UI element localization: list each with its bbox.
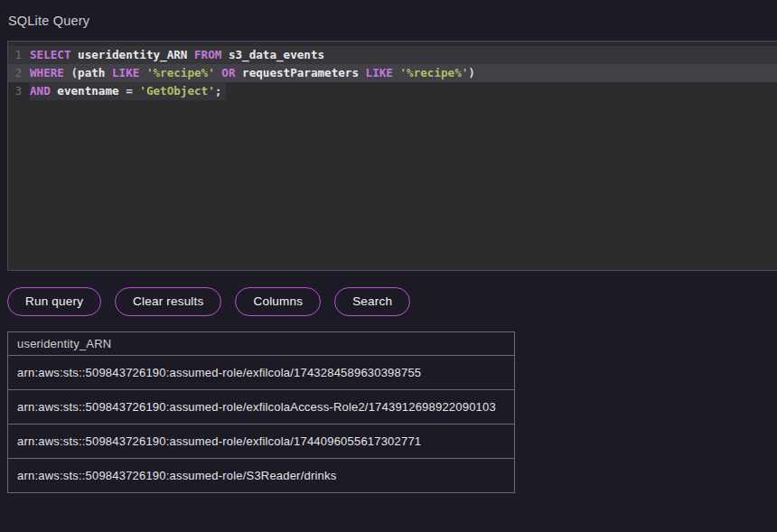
table-header-row: useridentity_ARN (8, 332, 515, 356)
code-line[interactable]: 2WHERE (path LIKE '%recipe%' OR requestP… (8, 64, 777, 82)
line-number: 1 (8, 46, 30, 64)
sql-editor-code[interactable]: 1SELECT useridentity_ARN FROM s3_data_ev… (8, 42, 777, 100)
column-header[interactable]: useridentity_ARN (8, 332, 515, 356)
token-keyword: LIKE (366, 66, 400, 79)
table-row[interactable]: arn:aws:sts::509843726190:assumed-role/e… (8, 356, 515, 390)
token-ident: requestParameters (242, 66, 365, 79)
token-string: '%recipe%' (400, 66, 469, 79)
token-punct: ; (215, 84, 222, 98)
app-root: SQLite Query 1SELECT useridentity_ARN FR… (0, 0, 777, 532)
line-number: 2 (8, 64, 30, 82)
token-punct: = (126, 84, 139, 98)
token-ident: s3_data_events (229, 48, 324, 61)
sql-editor[interactable]: 1SELECT useridentity_ARN FROM s3_data_ev… (7, 41, 777, 271)
table-cell[interactable]: arn:aws:sts::509843726190:assumed-role/e… (8, 425, 515, 459)
token-string: '%recipe%' (146, 66, 221, 79)
token-keyword: WHERE (30, 66, 71, 79)
token-keyword: LIKE (112, 66, 146, 79)
table-row[interactable]: arn:aws:sts::509843726190:assumed-role/e… (8, 425, 515, 459)
table-cell[interactable]: arn:aws:sts::509843726190:assumed-role/e… (8, 356, 515, 390)
table-row[interactable]: arn:aws:sts::509843726190:assumed-role/e… (8, 390, 515, 425)
search-button[interactable]: Search (334, 287, 410, 316)
token-string: 'GetObject' (139, 84, 214, 98)
token-punct: ( (71, 66, 79, 79)
clear-results-button[interactable]: Clear results (115, 287, 221, 316)
code-line[interactable]: 1SELECT useridentity_ARN FROM s3_data_ev… (8, 46, 777, 64)
token-keyword: AND (30, 84, 57, 98)
columns-button[interactable]: Columns (235, 287, 321, 316)
token-ident: useridentity_ARN (78, 48, 194, 61)
token-keyword: FROM (194, 48, 229, 61)
token-ident: path (78, 66, 112, 79)
code-text: AND eventname = 'GetObject'; (30, 82, 226, 100)
toolbar: Run queryClear resultsColumnsSearch (7, 287, 777, 316)
token-ident: eventname (57, 84, 126, 98)
page-title: SQLite Query (0, 0, 777, 28)
table-cell[interactable]: arn:aws:sts::509843726190:assumed-role/e… (8, 390, 515, 425)
line-number: 3 (8, 82, 30, 100)
table-cell[interactable]: arn:aws:sts::509843726190:assumed-role/S… (8, 459, 515, 493)
table-row[interactable]: arn:aws:sts::509843726190:assumed-role/S… (8, 459, 515, 493)
code-text: SELECT useridentity_ARN FROM s3_data_eve… (30, 46, 324, 64)
code-line[interactable]: 3AND eventname = 'GetObject'; (8, 82, 777, 100)
token-keyword: SELECT (30, 48, 78, 61)
results-table: useridentity_ARN arn:aws:sts::5098437261… (7, 331, 515, 493)
token-keyword: OR (221, 66, 242, 79)
run-query-button[interactable]: Run query (7, 287, 101, 316)
code-text: WHERE (path LIKE '%recipe%' OR requestPa… (30, 64, 475, 82)
token-punct: ) (468, 66, 475, 79)
